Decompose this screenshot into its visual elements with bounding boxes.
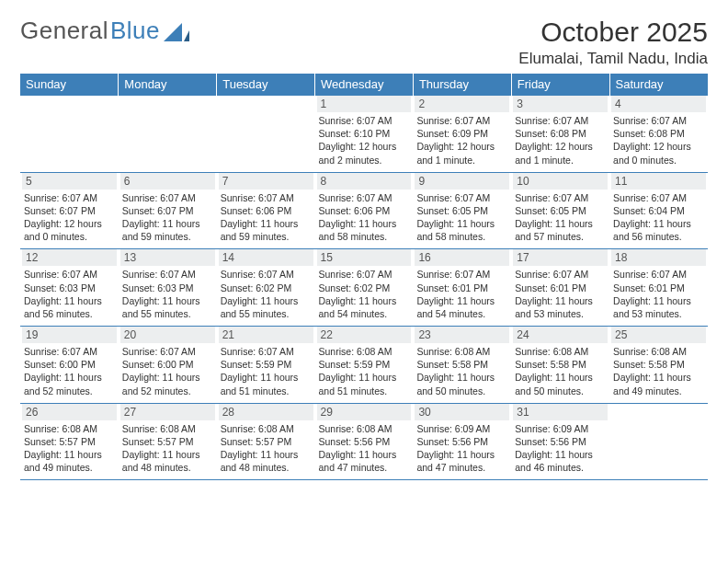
day-details: Sunrise: 6:09 AMSunset: 5:56 PMDaylight:… [415, 422, 509, 475]
day-details: Sunrise: 6:07 AMSunset: 6:09 PMDaylight:… [415, 114, 509, 167]
calendar-day-cell: 26Sunrise: 6:08 AMSunset: 5:57 PMDayligh… [20, 403, 119, 480]
weekday-header: Thursday [413, 74, 511, 96]
title-location: Elumalai, Tamil Nadu, India [518, 50, 708, 68]
calendar-week-row: 12Sunrise: 6:07 AMSunset: 6:03 PMDayligh… [20, 249, 708, 327]
day-details: Sunrise: 6:08 AMSunset: 5:58 PMDaylight:… [415, 345, 509, 397]
day-number: 17 [513, 249, 608, 266]
weekday-header: Saturday [609, 74, 708, 96]
day-details: Sunrise: 6:08 AMSunset: 5:58 PMDaylight:… [513, 345, 608, 397]
title-month: October 2025 [518, 17, 708, 48]
calendar-day-cell: 24Sunrise: 6:08 AMSunset: 5:58 PMDayligh… [511, 327, 609, 404]
day-details: Sunrise: 6:07 AMSunset: 6:01 PMDaylight:… [611, 268, 706, 320]
day-number: 10 [513, 173, 608, 190]
title-block: October 2025 Elumalai, Tamil Nadu, India [518, 17, 708, 68]
weekday-header: Friday [511, 74, 609, 96]
calendar-day-cell: 11Sunrise: 6:07 AMSunset: 6:04 PMDayligh… [609, 172, 708, 249]
day-number: 9 [415, 173, 509, 190]
day-details: Sunrise: 6:07 AMSunset: 6:06 PMDaylight:… [317, 191, 412, 244]
weekday-header: Wednesday [315, 74, 414, 96]
calendar-day-cell: 25Sunrise: 6:08 AMSunset: 5:58 PMDayligh… [609, 327, 708, 404]
calendar-day-cell: 12Sunrise: 6:07 AMSunset: 6:03 PMDayligh… [20, 249, 119, 327]
day-details: Sunrise: 6:07 AMSunset: 6:08 PMDaylight:… [513, 114, 608, 167]
calendar-day-cell [217, 96, 315, 173]
calendar-day-cell: 16Sunrise: 6:07 AMSunset: 6:01 PMDayligh… [413, 249, 511, 327]
day-details: Sunrise: 6:07 AMSunset: 6:02 PMDaylight:… [317, 268, 412, 320]
day-details: Sunrise: 6:07 AMSunset: 5:59 PMDaylight:… [219, 345, 313, 397]
day-details: Sunrise: 6:07 AMSunset: 6:03 PMDaylight:… [22, 268, 117, 320]
day-number: 1 [317, 96, 412, 112]
day-details: Sunrise: 6:07 AMSunset: 6:08 PMDaylight:… [611, 114, 706, 167]
calendar-day-cell: 9Sunrise: 6:07 AMSunset: 6:05 PMDaylight… [413, 172, 511, 249]
calendar-day-cell: 10Sunrise: 6:07 AMSunset: 6:05 PMDayligh… [511, 172, 609, 249]
calendar-day-cell: 14Sunrise: 6:07 AMSunset: 6:02 PMDayligh… [217, 249, 315, 327]
day-number: 20 [120, 327, 215, 343]
calendar-day-cell: 19Sunrise: 6:07 AMSunset: 6:00 PMDayligh… [20, 327, 119, 404]
day-details: Sunrise: 6:08 AMSunset: 5:57 PMDaylight:… [219, 422, 313, 475]
day-number: 28 [219, 404, 313, 420]
calendar-day-cell: 4Sunrise: 6:07 AMSunset: 6:08 PMDaylight… [609, 96, 708, 173]
day-number: 2 [415, 96, 509, 112]
day-number: 4 [611, 96, 706, 112]
weekday-header: Tuesday [217, 74, 315, 96]
logo-sail-icon [164, 21, 189, 41]
day-number: 31 [513, 404, 608, 420]
calendar-day-cell: 18Sunrise: 6:07 AMSunset: 6:01 PMDayligh… [609, 249, 708, 327]
day-number: 3 [513, 96, 608, 112]
day-number: 12 [22, 249, 117, 266]
weekday-header: Sunday [20, 74, 119, 96]
day-number: 8 [317, 173, 412, 190]
day-number: 13 [120, 249, 215, 266]
day-details: Sunrise: 6:08 AMSunset: 5:59 PMDaylight:… [317, 345, 412, 397]
day-details: Sunrise: 6:07 AMSunset: 6:01 PMDaylight:… [513, 268, 608, 320]
day-details: Sunrise: 6:07 AMSunset: 6:02 PMDaylight:… [219, 268, 313, 320]
day-details: Sunrise: 6:07 AMSunset: 6:03 PMDaylight:… [120, 268, 215, 320]
day-details: Sunrise: 6:07 AMSunset: 6:07 PMDaylight:… [22, 191, 117, 244]
calendar-week-row: 26Sunrise: 6:08 AMSunset: 5:57 PMDayligh… [20, 403, 708, 480]
day-number: 23 [415, 327, 509, 343]
day-number: 30 [415, 404, 509, 420]
calendar-day-cell: 23Sunrise: 6:08 AMSunset: 5:58 PMDayligh… [413, 327, 511, 404]
day-number: 6 [120, 173, 215, 190]
calendar-day-cell: 31Sunrise: 6:09 AMSunset: 5:56 PMDayligh… [511, 403, 609, 480]
calendar-day-cell: 27Sunrise: 6:08 AMSunset: 5:57 PMDayligh… [119, 403, 217, 480]
weekday-header-row: SundayMondayTuesdayWednesdayThursdayFrid… [20, 74, 708, 96]
calendar-day-cell [609, 403, 708, 480]
day-number: 11 [611, 173, 706, 190]
day-number: 5 [22, 173, 117, 190]
day-details: Sunrise: 6:07 AMSunset: 6:10 PMDaylight:… [317, 114, 412, 167]
day-details: Sunrise: 6:07 AMSunset: 6:06 PMDaylight:… [219, 191, 313, 244]
calendar-day-cell: 2Sunrise: 6:07 AMSunset: 6:09 PMDaylight… [413, 96, 511, 173]
calendar-day-cell: 20Sunrise: 6:07 AMSunset: 6:00 PMDayligh… [119, 327, 217, 404]
calendar-table: SundayMondayTuesdayWednesdayThursdayFrid… [20, 74, 708, 480]
calendar-day-cell: 17Sunrise: 6:07 AMSunset: 6:01 PMDayligh… [511, 249, 609, 327]
weekday-header: Monday [119, 74, 217, 96]
logo-text-2: Blue [110, 17, 160, 45]
calendar-day-cell: 21Sunrise: 6:07 AMSunset: 5:59 PMDayligh… [217, 327, 315, 404]
day-number: 22 [317, 327, 412, 343]
calendar-day-cell: 28Sunrise: 6:08 AMSunset: 5:57 PMDayligh… [217, 403, 315, 480]
day-number: 18 [611, 249, 706, 266]
day-number: 16 [415, 249, 509, 266]
day-details: Sunrise: 6:09 AMSunset: 5:56 PMDaylight:… [513, 422, 608, 475]
calendar-day-cell: 6Sunrise: 6:07 AMSunset: 6:07 PMDaylight… [119, 172, 217, 249]
calendar-week-row: 1Sunrise: 6:07 AMSunset: 6:10 PMDaylight… [20, 96, 708, 173]
calendar-day-cell: 5Sunrise: 6:07 AMSunset: 6:07 PMDaylight… [20, 172, 119, 249]
day-details: Sunrise: 6:07 AMSunset: 6:07 PMDaylight:… [120, 191, 215, 244]
day-number: 29 [317, 404, 412, 420]
calendar-day-cell: 29Sunrise: 6:08 AMSunset: 5:56 PMDayligh… [315, 403, 414, 480]
day-number: 7 [219, 173, 313, 190]
day-number: 19 [22, 327, 117, 343]
day-details: Sunrise: 6:07 AMSunset: 6:01 PMDaylight:… [415, 268, 509, 320]
day-details: Sunrise: 6:07 AMSunset: 6:05 PMDaylight:… [415, 191, 509, 244]
day-number: 21 [219, 327, 313, 343]
day-details: Sunrise: 6:07 AMSunset: 6:04 PMDaylight:… [611, 191, 706, 244]
calendar-day-cell: 7Sunrise: 6:07 AMSunset: 6:06 PMDaylight… [217, 172, 315, 249]
calendar-week-row: 5Sunrise: 6:07 AMSunset: 6:07 PMDaylight… [20, 172, 708, 249]
calendar-day-cell: 15Sunrise: 6:07 AMSunset: 6:02 PMDayligh… [315, 249, 414, 327]
day-number: 26 [22, 404, 117, 420]
logo: GeneralBlue [20, 17, 189, 45]
day-details: Sunrise: 6:08 AMSunset: 5:58 PMDaylight:… [611, 345, 706, 397]
calendar-day-cell: 8Sunrise: 6:07 AMSunset: 6:06 PMDaylight… [315, 172, 414, 249]
logo-text-1: General [20, 17, 108, 45]
calendar-day-cell [119, 96, 217, 173]
